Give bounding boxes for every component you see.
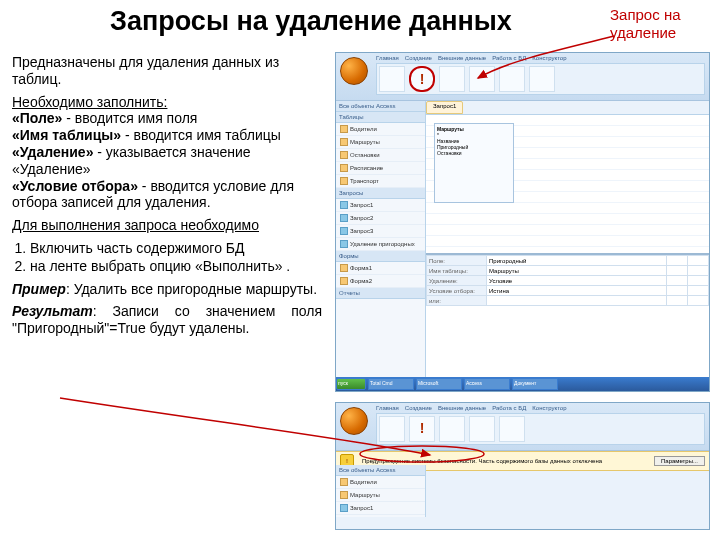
qbe-top-pane[interactable]: Маршруты * Название Пригородный Остановк…: [426, 115, 709, 255]
step-1: Включить часть содержимого БД: [30, 240, 322, 257]
taskbar-item[interactable]: Microsoft: [416, 378, 462, 390]
form-icon: [340, 264, 348, 272]
office-button-icon[interactable]: [340, 57, 368, 85]
example-label: Пример: [12, 281, 66, 297]
ribbon-button[interactable]: [469, 66, 495, 92]
field-list-box[interactable]: Маршруты * Название Пригородный Остановк…: [434, 123, 514, 203]
nav-item[interactable]: Запрос1: [336, 199, 425, 212]
qbe-cell[interactable]: Условие: [487, 276, 667, 286]
ribbon-button[interactable]: [499, 416, 525, 442]
nav-item[interactable]: Форма2: [336, 275, 425, 288]
qbe-cell[interactable]: Истина: [487, 286, 667, 296]
access-screenshot-warning: Главная Создание Внешние данные Работа с…: [335, 402, 710, 530]
ribbon-tab[interactable]: Создание: [405, 55, 432, 61]
step-2: на ленте выбрать опцию «Выполнить» .: [30, 258, 322, 275]
run-header: Для выполнения запроса необходимо: [12, 217, 259, 233]
qbe-row-label: или:: [427, 296, 487, 306]
ribbon-button[interactable]: [499, 66, 525, 92]
nav-item[interactable]: Маршруты: [336, 489, 425, 502]
nav-item[interactable]: Запрос1: [336, 502, 425, 515]
taskbar-item[interactable]: Access: [464, 378, 510, 390]
ribbon-tabs: Главная Создание Внешние данные Работа с…: [376, 55, 705, 61]
example-text: : Удалить все пригородные маршруты.: [66, 281, 317, 297]
field-cond-label: «Условие отбора»: [12, 178, 138, 194]
qbe-cell[interactable]: [487, 296, 667, 306]
ribbon: Главная Создание Внешние данные Работа с…: [336, 53, 709, 101]
form-icon: [340, 277, 348, 285]
taskbar-item[interactable]: Total Cmd: [368, 378, 414, 390]
table-icon: [340, 478, 348, 486]
run-button[interactable]: [409, 416, 435, 442]
query-icon: [340, 227, 348, 235]
qbe-row-label: Удаление:: [427, 276, 487, 286]
nav-item[interactable]: Остановки: [336, 149, 425, 162]
nav-item[interactable]: Удаление пригородных: [336, 238, 425, 251]
ribbon-button[interactable]: [439, 416, 465, 442]
ribbon-toolbar: [376, 413, 705, 445]
document-tab[interactable]: Запрос1: [426, 101, 463, 114]
ribbon-button[interactable]: [439, 66, 465, 92]
qbe-cell[interactable]: Маршруты: [487, 266, 667, 276]
access-screenshot-designer: Главная Создание Внешние данные Работа с…: [335, 52, 710, 392]
nav-group-tables[interactable]: Таблицы: [336, 112, 425, 123]
ribbon-button[interactable]: [379, 416, 405, 442]
security-warning-text: Предупреждение системы безопасности. Час…: [362, 458, 602, 464]
nav-item[interactable]: Маршруты: [336, 136, 425, 149]
table-icon: [340, 491, 348, 499]
qbe-cell[interactable]: Пригородный: [487, 256, 667, 266]
ribbon-button[interactable]: [529, 66, 555, 92]
navigation-pane[interactable]: Все объекты Access Таблицы Водители Марш…: [336, 101, 426, 379]
ribbon-tab[interactable]: Конструктор: [532, 405, 566, 411]
qbe-row-label: Имя таблицы:: [427, 266, 487, 276]
start-button[interactable]: пуск: [336, 378, 366, 390]
corner-label: Запрос на удаление: [610, 6, 710, 42]
ribbon-tab[interactable]: Внешние данные: [438, 405, 486, 411]
taskbar-item[interactable]: Документ: [512, 378, 558, 390]
qbe-row-label: Условие отбора:: [427, 286, 487, 296]
nav-header: Все объекты Access: [336, 465, 425, 476]
ribbon: Главная Создание Внешние данные Работа с…: [336, 403, 709, 451]
work-area: Запрос1 Маршруты * Название Пригородный …: [426, 101, 709, 379]
query-icon: [340, 214, 348, 222]
intro-paragraph: Предназначены для удаления данных из таб…: [12, 54, 322, 88]
nav-group-forms[interactable]: Формы: [336, 251, 425, 262]
ribbon-tab[interactable]: Главная: [376, 405, 399, 411]
ribbon-tab[interactable]: Конструктор: [532, 55, 566, 61]
nav-item[interactable]: Форма1: [336, 262, 425, 275]
field-list-item[interactable]: Остановки: [437, 150, 462, 156]
nav-group-reports[interactable]: Отчеты: [336, 288, 425, 299]
nav-item[interactable]: Запрос2: [336, 212, 425, 225]
nav-item[interactable]: Запрос3: [336, 225, 425, 238]
ribbon-tab[interactable]: Внешние данные: [438, 55, 486, 61]
navigation-pane[interactable]: Все объекты Access Водители Маршруты Зап…: [336, 465, 426, 517]
ribbon-button[interactable]: [379, 66, 405, 92]
field-delete-label: «Удаление»: [12, 144, 93, 160]
qbe-row-label: Поле:: [427, 256, 487, 266]
table-icon: [340, 138, 348, 146]
body-text-column: Предназначены для удаления данных из таб…: [12, 48, 322, 343]
office-button-icon[interactable]: [340, 407, 368, 435]
need-header: Необходимо заполнить:: [12, 94, 167, 110]
nav-item[interactable]: Водители: [336, 123, 425, 136]
nav-item[interactable]: Расписание: [336, 162, 425, 175]
nav-item[interactable]: Водители: [336, 476, 425, 489]
query-icon: [340, 504, 348, 512]
options-button[interactable]: Параметры...: [654, 456, 705, 466]
ribbon-toolbar: [376, 63, 705, 95]
nav-group-queries[interactable]: Запросы: [336, 188, 425, 199]
ribbon-tab[interactable]: Работа с БД: [492, 55, 526, 61]
ribbon-tab[interactable]: Главная: [376, 55, 399, 61]
ribbon-tab[interactable]: Работа с БД: [492, 405, 526, 411]
run-button[interactable]: [409, 66, 435, 92]
table-icon: [340, 177, 348, 185]
table-icon: [340, 125, 348, 133]
nav-item[interactable]: Транспорт: [336, 175, 425, 188]
qbe-grid[interactable]: Поле:Пригородный Имя таблицы:Маршруты Уд…: [426, 255, 709, 355]
ribbon-tab[interactable]: Создание: [405, 405, 432, 411]
field-pole-text: - вводится имя поля: [62, 110, 197, 126]
ribbon-button[interactable]: [469, 416, 495, 442]
steps-list: Включить часть содержимого БД на ленте в…: [30, 240, 322, 275]
field-list-title: Маршруты: [437, 126, 464, 132]
field-pole-label: «Поле»: [12, 110, 62, 126]
field-tablename-text: - вводится имя таблицы: [121, 127, 281, 143]
